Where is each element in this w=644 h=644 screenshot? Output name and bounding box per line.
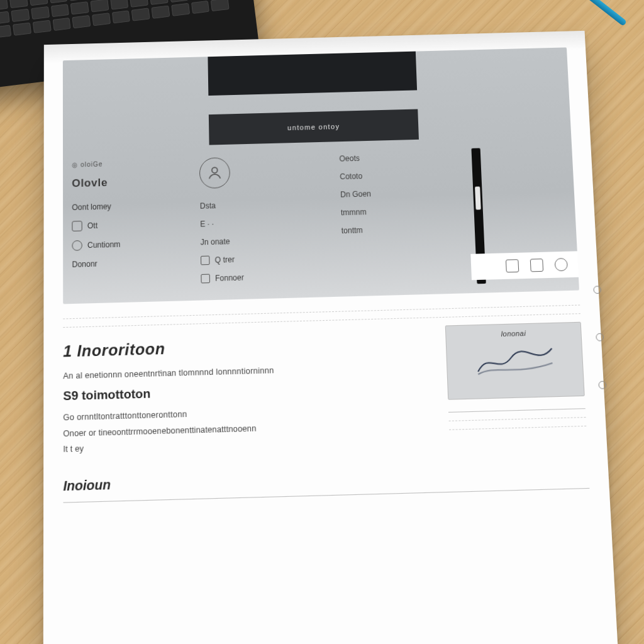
printed-page: untome ontoy ◎ oloiGe Olovle Oont lomey …	[43, 31, 623, 644]
sidebar-item-label: Oont lomey	[72, 202, 111, 212]
sidebar-item-2[interactable]: Cuntionm	[72, 238, 181, 251]
sidebar-item-1[interactable]: Ott	[72, 218, 180, 231]
circle-icon	[72, 240, 82, 251]
avatar-icon	[199, 157, 230, 189]
sidebar-item-label: Cuntionm	[87, 240, 121, 250]
window-titlebar	[208, 52, 417, 96]
list-item[interactable]: tmmnm	[341, 204, 475, 217]
sidebar-item-3[interactable]: Dononr	[72, 257, 181, 269]
sidebar-item-label: Dononr	[72, 259, 97, 269]
tool-icon[interactable]	[506, 259, 519, 272]
svg-point-0	[212, 167, 218, 173]
section-heading: 1 Inororitoon	[63, 333, 426, 361]
list-item[interactable]: E · ·	[200, 216, 322, 228]
illustration-caption: lononai	[501, 330, 526, 338]
tool-icon[interactable]	[555, 258, 568, 271]
brand-label: ◎ oloiGe	[72, 158, 180, 169]
toolbar-right	[470, 251, 579, 280]
right-column: Oeots Cototo Dn Goen tmmnm tonttm	[330, 144, 487, 290]
header-band: untome ontoy	[209, 109, 419, 145]
sidebar: ◎ oloiGe Olovle Oont lomey Ott Cuntionm	[63, 152, 191, 304]
list-item[interactable]: Fonnoer	[201, 271, 323, 284]
list-item[interactable]: Cototo	[340, 169, 474, 181]
ui-mock-panel: untome ontoy ◎ oloiGe Olovle Oont lomey …	[63, 47, 579, 304]
square-icon	[201, 256, 210, 265]
sidebar-item-label: Ott	[87, 221, 97, 230]
checkbox-icon	[72, 221, 82, 231]
list-item[interactable]: tonttm	[341, 223, 476, 235]
list-item[interactable]: Dn Goen	[340, 187, 475, 199]
list-item[interactable]: Q trer	[201, 253, 323, 265]
sidebar-item-0[interactable]: Oont lomey	[72, 200, 180, 212]
document-body: 1 Inororitoon An al enetionnn oneentnrti…	[63, 305, 589, 503]
list-item[interactable]: Dsta	[200, 198, 321, 210]
center-column: Dsta E · · Jn onate Q trer Fonnoer	[190, 148, 333, 294]
illustration-card: lononai	[445, 322, 585, 400]
tool-icon[interactable]	[530, 258, 543, 272]
list-item[interactable]: Jn onate	[201, 235, 323, 247]
list-item[interactable]: Oeots	[339, 151, 473, 164]
square-icon	[201, 274, 210, 284]
header-band-label: untome ontoy	[287, 123, 340, 131]
panel-title: Olovle	[72, 174, 180, 190]
